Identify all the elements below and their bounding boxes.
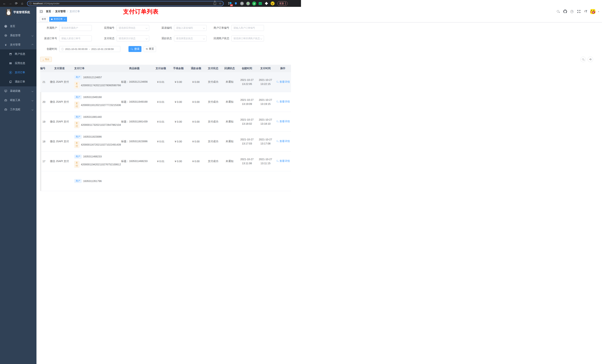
- site-info-icon[interactable]: ⓘ: [29, 2, 32, 5]
- pay-time-cell: 2021-10-2713:11:15: [256, 151, 275, 171]
- pay-order-no: 4200001174202110278060590766: [81, 84, 121, 87]
- search-button[interactable]: 搜索: [129, 46, 141, 52]
- orders-table: 编号 支付渠道 支付订单 商品标题 支付金额 手续金额 退款金额 支付状态 回调…: [40, 65, 298, 182]
- sidebar-item-merchant-info[interactable]: 商户信息: [0, 49, 36, 59]
- close-icon[interactable]: ×: [64, 18, 65, 20]
- sidebar-item-devtools[interactable]: 研发工具: [0, 96, 36, 105]
- top-navbar: 首页 / 支付管理 / 支付订单 支付订单列表 ? TT ▾: [36, 7, 301, 16]
- tab-pay-order[interactable]: 支付订单 ×: [49, 17, 67, 22]
- notify-status-cell: 未通知: [221, 72, 238, 92]
- share-icon[interactable]: [214, 2, 216, 5]
- browser-menu-icon[interactable]: [285, 2, 286, 5]
- pay-status-select[interactable]: 请选择支付状态: [117, 35, 149, 42]
- breadcrumb-home[interactable]: 首页: [46, 10, 51, 13]
- search-icon: [276, 120, 279, 123]
- update-label: 更新: [279, 2, 284, 5]
- order-id-cell: 19: [40, 112, 46, 132]
- refund-amount-cell: [187, 171, 205, 182]
- chevron-down-icon: [146, 38, 148, 39]
- fee-amount-cell: ¥ 0.00: [170, 72, 187, 92]
- channel-order-input[interactable]: 请输入渠道订单号: [59, 35, 92, 42]
- extension-chat-icon[interactable]: [258, 1, 262, 6]
- sidebar-item-home[interactable]: 首页: [0, 22, 36, 31]
- breadcrumb: 首页 / 支付管理 / 支付订单: [46, 10, 80, 13]
- breadcrumb-pay-manage[interactable]: 支付管理: [55, 10, 65, 13]
- merchant-order-no: 1635311823086: [83, 135, 102, 138]
- merchant-tag: 商户: [74, 95, 82, 99]
- pay-order-cell: 商户1635312124657支付42000011742021102780605…: [72, 72, 117, 92]
- pay-status-cell: 支付成功: [205, 72, 221, 92]
- url-path: :1024/pay/order: [43, 2, 59, 5]
- refund-status-select[interactable]: 请选择退款状态: [174, 35, 207, 42]
- extension-workspaces-icon[interactable]: 10: [228, 1, 232, 6]
- store-icon: [9, 52, 12, 55]
- pay-tag: 支付: [74, 161, 79, 168]
- pay-tag: 支付: [74, 141, 79, 148]
- refund-amount-cell: ¥ 0.00: [187, 112, 205, 132]
- browser-home-button[interactable]: ⌂: [20, 1, 25, 6]
- sidebar-fold-icon[interactable]: [39, 10, 43, 13]
- browser-reload-button[interactable]: ⟳: [14, 1, 19, 6]
- tab-home[interactable]: 首页: [40, 17, 48, 22]
- browser-back-button[interactable]: ←: [2, 1, 7, 6]
- pay-amount-cell: ¥ 0.01: [152, 132, 170, 151]
- sidebar-item-system[interactable]: 系统管理: [0, 31, 36, 40]
- extension-pin-icon[interactable]: [234, 1, 238, 6]
- pay-amount-cell: ¥ 0.01: [152, 151, 170, 171]
- view-detail-link[interactable]: 查看详情: [276, 120, 290, 123]
- pay-order-cell: 商户1635311881440支付42000011732021102728479…: [72, 112, 117, 132]
- profile-avatar-icon[interactable]: [270, 1, 275, 6]
- merchant-order-no: 1635311351796: [83, 180, 102, 182]
- merchant-order-no: 1635312124657: [83, 76, 102, 79]
- extension-dot-icon[interactable]: [246, 1, 250, 6]
- extension-y-icon[interactable]: y: [252, 1, 256, 6]
- view-detail-link[interactable]: 查看详情: [276, 80, 290, 83]
- active-tab-dot: [51, 19, 53, 20]
- chevron-down-icon: [260, 38, 262, 39]
- view-detail-link[interactable]: 查看详情: [276, 140, 290, 143]
- address-bar[interactable]: ⓘ localhost :1024/pay/order ☆: [27, 1, 224, 6]
- extensions-puzzle-icon[interactable]: [264, 1, 269, 6]
- sidebar-item-infra[interactable]: 基础设施: [0, 86, 36, 96]
- notify-status-cell: 未通知: [221, 92, 238, 112]
- search-icon: [276, 140, 279, 142]
- goods-title-cell: 标题：1635311949168: [117, 92, 152, 112]
- breadcrumb-current: 支付订单: [70, 10, 80, 13]
- app-logo[interactable]: 芋道管理系统: [0, 7, 36, 18]
- merchant-order-input[interactable]: 请输入商户订单编号: [231, 25, 264, 31]
- yen-icon: ¥: [4, 43, 7, 46]
- notify-status-select[interactable]: 请选择订单回调商户状态: [231, 35, 264, 42]
- app-select[interactable]: 请选择应用信息: [117, 25, 149, 31]
- reset-button[interactable]: ⟲ 重置: [144, 46, 156, 52]
- channel-code-select[interactable]: 请输入渠道编码: [174, 25, 207, 31]
- sidebar-item-pay-order[interactable]: ¥ 支付订单: [0, 68, 36, 77]
- export-button[interactable]: ↓ 导出: [40, 57, 52, 62]
- sidebar-item-refund-order[interactable]: 退款订单: [0, 77, 36, 86]
- operation-cell: 查看详情: [275, 151, 291, 171]
- sidebar-item-pay[interactable]: ¥ 支付管理: [0, 40, 36, 49]
- operation-cell: [275, 171, 291, 182]
- filter-create-time: 创建时间 2021-10-01 00:00:00 - 2021-10-31 23…: [40, 46, 124, 52]
- bookmark-star-icon[interactable]: ☆: [219, 2, 221, 5]
- browser-forward-button[interactable]: →: [8, 1, 13, 6]
- sidebar-item-app-info[interactable]: 应用信息: [0, 59, 36, 68]
- filter-refund-status: 退款状态 请选择退款状态: [155, 35, 210, 42]
- extension-badge: 10: [230, 4, 233, 6]
- browser-toolbar: ← → ⟳ ⌂ ⓘ localhost :1024/pay/order ☆ 10…: [0, 0, 301, 7]
- merchant-select[interactable]: 请选择所属商户: [59, 25, 92, 31]
- filter-channel-code: 渠道编码 请输入渠道编码: [155, 25, 210, 31]
- operation-cell: 查看详情: [275, 132, 291, 151]
- table-row: 商户1635311351796: [40, 171, 291, 182]
- browser-update-button[interactable]: 更新: [277, 1, 288, 6]
- table-row: 17微信 JSAPI 支付商户1635311468233支付4200001194…: [40, 151, 291, 171]
- order-id-cell: 21: [40, 72, 46, 92]
- pay-time-cell: 2021-10-2713:22:15: [256, 72, 275, 92]
- view-detail-link[interactable]: 查看详情: [276, 159, 290, 163]
- sidebar-item-workflow[interactable]: 工作流程: [0, 105, 36, 114]
- view-detail-link[interactable]: 查看详情: [276, 100, 290, 104]
- logo-image: [6, 9, 11, 16]
- pay-amount-cell: [152, 171, 170, 182]
- date-range-input[interactable]: 2021-10-01 00:00:00 - 2021-10-31 23:59:5…: [59, 46, 120, 52]
- pay-time-cell: [256, 171, 275, 182]
- extension-command-icon[interactable]: ⌘: [240, 1, 244, 6]
